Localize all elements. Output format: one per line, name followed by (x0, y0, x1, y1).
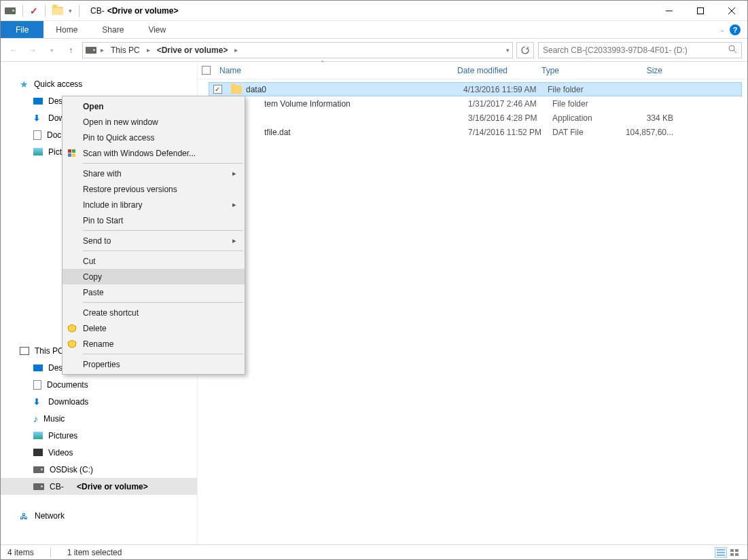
cell-date: 4/13/2016 11:59 AM (458, 85, 542, 94)
cell-type: File folder (542, 85, 622, 94)
ctx-create-shortcut[interactable]: Create shortcut (63, 305, 245, 320)
drive-icon (33, 483, 44, 490)
svg-rect-9 (72, 153, 75, 157)
ctx-cut[interactable]: Cut (63, 253, 245, 269)
share-tab[interactable]: Share (90, 21, 136, 38)
ctx-properties[interactable]: Properties (63, 356, 245, 372)
file-tab[interactable]: File (1, 21, 43, 38)
drive-icon (5, 7, 16, 14)
qat-check-icon[interactable]: ✓ (30, 5, 38, 16)
crumb-this-pc[interactable]: This PC (108, 45, 143, 55)
qat-expand-icon[interactable]: ▾ (69, 7, 72, 14)
file-row[interactable]: tfile.dat 7/14/2016 11:52 PM DAT File 10… (209, 125, 747, 139)
svg-rect-16 (735, 553, 738, 556)
column-type[interactable]: Type (536, 66, 616, 75)
svg-rect-13 (730, 549, 734, 552)
title-drive-label: <Drive or volume> (107, 6, 179, 16)
refresh-button[interactable] (516, 42, 534, 58)
close-button[interactable] (716, 1, 747, 21)
status-selected-count: 1 item selected (67, 548, 122, 557)
row-checkbox[interactable]: ✓ (213, 85, 222, 94)
address-drive-icon (86, 47, 96, 54)
chevron-right-icon[interactable]: ▸ (99, 46, 105, 54)
pc-icon (20, 347, 29, 355)
home-tab[interactable]: Home (43, 21, 90, 38)
tree-pc-osdisk[interactable]: OSDisk (C:) (1, 461, 198, 478)
ctx-restore-previous[interactable]: Restore previous versions (63, 181, 245, 197)
tree-pc-music[interactable]: ♪Music (1, 410, 198, 427)
help-icon[interactable]: ? (730, 24, 741, 35)
search-box[interactable]: Search CB-{C2033993-97D8-4F01- (D:) (538, 42, 742, 58)
ribbon-tabs: File Home Share View ⌵ ? (1, 21, 747, 39)
file-row[interactable]: 3/16/2016 4:28 PM Application 334 KB (209, 111, 747, 125)
ctx-pin-start[interactable]: Pin to Start (63, 212, 245, 228)
cell-type: File folder (547, 99, 627, 109)
svg-rect-6 (68, 149, 71, 153)
ctx-pin-quick-access[interactable]: Pin to Quick access (63, 130, 245, 145)
column-date[interactable]: Date modified (452, 66, 536, 75)
ctx-paste[interactable]: Paste (63, 284, 245, 300)
folder-icon (231, 86, 242, 94)
chevron-right-icon[interactable]: ▸ (145, 46, 152, 54)
qat-folder-icon[interactable] (52, 7, 63, 15)
downloads-icon: ⬇ (33, 113, 43, 123)
ctx-open-new-window[interactable]: Open in new window (63, 114, 245, 130)
back-button[interactable]: ← (6, 43, 21, 58)
cell-size: 334 KB (627, 113, 679, 123)
tree-pc-cbdrive[interactable]: CB- <Drive or volume> (1, 478, 198, 495)
view-thumbnails-button[interactable] (728, 547, 741, 558)
minimize-button[interactable] (654, 1, 685, 21)
svg-rect-14 (735, 549, 738, 552)
music-icon: ♪ (33, 413, 38, 424)
column-name[interactable]: Name (214, 66, 452, 75)
file-row[interactable]: tem Volume Information 1/31/2017 2:46 AM… (209, 96, 747, 111)
tree-pc-pictures[interactable]: Pictures (1, 427, 198, 444)
ctx-delete[interactable]: Delete (63, 320, 245, 336)
search-icon[interactable] (728, 44, 737, 56)
svg-line-5 (734, 50, 736, 53)
nav-bar: ← → ▾ ↑ ▸ This PC ▸ <Drive or volume> ▸ … (1, 39, 747, 62)
shield-warn-icon (67, 323, 77, 334)
desktop-icon (33, 365, 43, 371)
maximize-button[interactable] (685, 1, 716, 21)
tree-pc-downloads[interactable]: ⬇Downloads (1, 393, 198, 410)
ctx-open[interactable]: Open (63, 98, 245, 114)
desktop-icon (33, 98, 43, 105)
select-all-checkbox[interactable] (202, 66, 211, 75)
ribbon-expand-icon[interactable]: ⌵ (720, 26, 724, 33)
view-details-button[interactable] (715, 547, 727, 558)
videos-icon (33, 449, 43, 456)
ctx-copy[interactable]: Copy (63, 269, 245, 284)
search-placeholder: Search CB-{C2033993-97D8-4F01- (D:) (543, 45, 688, 55)
view-tab[interactable]: View (136, 21, 178, 38)
cell-type: Application (547, 113, 627, 123)
cell-date: 7/14/2016 11:52 PM (463, 128, 547, 137)
cell-date: 1/31/2017 2:46 AM (463, 99, 547, 109)
ctx-scan-defender[interactable]: Scan with Windows Defender... (63, 145, 245, 161)
tree-pc-videos[interactable]: Videos (1, 444, 198, 461)
recent-dropdown[interactable]: ▾ (44, 43, 59, 58)
ctx-rename[interactable]: Rename (63, 336, 245, 352)
ctx-send-to[interactable]: Send to▸ (63, 233, 245, 248)
submenu-arrow-icon: ▸ (232, 169, 236, 178)
submenu-arrow-icon: ▸ (232, 236, 236, 245)
file-row[interactable]: ✓ data0 4/13/2016 11:59 AM File folder (209, 82, 742, 96)
chevron-right-icon[interactable]: ▸ (233, 46, 239, 54)
column-size[interactable]: Size (616, 66, 668, 75)
tree-cbdrive-label: <Drive or volume> (77, 482, 148, 491)
pictures-icon (33, 432, 43, 439)
forward-button[interactable]: → (25, 43, 40, 58)
up-button[interactable]: ↑ (63, 43, 78, 58)
cell-date: 3/16/2016 4:28 PM (463, 113, 547, 123)
tree-network[interactable]: 🖧Network (1, 507, 198, 524)
crumb-drive[interactable]: <Drive or volume> (154, 45, 231, 55)
cell-type: DAT File (547, 128, 627, 137)
ctx-include-library[interactable]: Include in library▸ (63, 197, 245, 212)
ctx-share-with[interactable]: Share with▸ (63, 166, 245, 181)
column-headers: Name Date modified Type Size (198, 62, 747, 79)
tree-pc-documents[interactable]: Documents (1, 376, 198, 393)
svg-rect-15 (730, 553, 734, 556)
address-bar[interactable]: ▸ This PC ▸ <Drive or volume> ▸ ▾ (82, 42, 513, 58)
address-dropdown-icon[interactable]: ▾ (506, 47, 510, 54)
tree-quick-access[interactable]: ★Quick access (1, 75, 198, 92)
